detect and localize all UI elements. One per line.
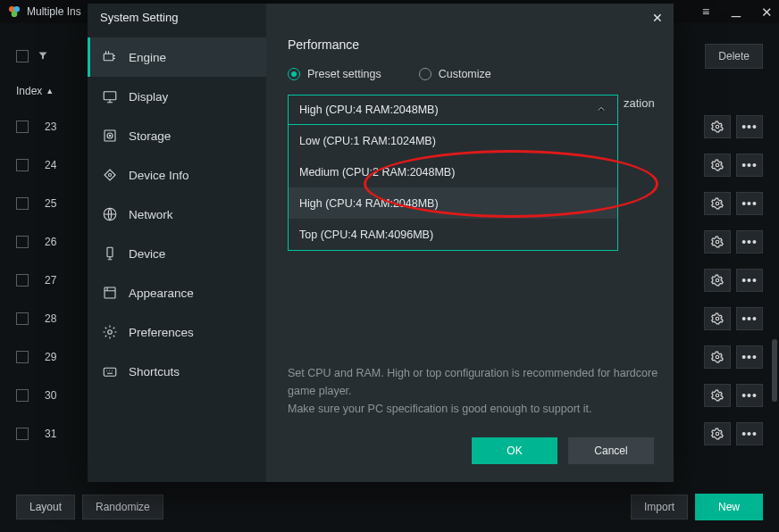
sidebar-item-network[interactable]: Network: [88, 195, 266, 234]
sidebar-item-label: Device: [129, 247, 165, 261]
row-settings-button[interactable]: [704, 384, 731, 407]
svg-point-3: [716, 125, 719, 129]
row-checkbox[interactable]: [16, 389, 29, 402]
sidebar-item-display[interactable]: Display: [88, 77, 266, 116]
minimize-button[interactable]: _: [729, 0, 743, 16]
sidebar-item-shortcuts[interactable]: Shortcuts: [88, 352, 266, 391]
bottom-bar: Layout Randomize Import New: [0, 482, 779, 532]
settings-modal: System Setting ✕ EngineDisplayStorageDev…: [88, 4, 674, 482]
sidebar-item-label: Shortcuts: [129, 365, 180, 378]
performance-dropdown[interactable]: High (CPU:4 RAM:2048MB) Low (CPU:1 RAM:1…: [288, 95, 618, 251]
row-checkbox[interactable]: [16, 159, 29, 171]
close-window-button[interactable]: ✕: [759, 5, 774, 19]
select-all-checkbox[interactable]: [16, 50, 29, 62]
row-settings-button[interactable]: [704, 307, 731, 330]
row-index: 29: [45, 351, 56, 363]
row-more-button[interactable]: •••: [736, 269, 763, 292]
row-settings-button[interactable]: [704, 422, 731, 445]
cancel-button[interactable]: Cancel: [568, 437, 654, 464]
row-more-button[interactable]: •••: [736, 384, 763, 407]
svg-point-16: [109, 135, 111, 137]
dropdown-option[interactable]: Low (CPU:1 RAM:1024MB): [289, 125, 617, 156]
row-checkbox[interactable]: [16, 312, 29, 325]
row-checkbox[interactable]: [16, 274, 29, 287]
new-button[interactable]: New: [695, 494, 763, 520]
row-checkbox[interactable]: [16, 121, 29, 133]
dropdown-selected[interactable]: High (CPU:4 RAM:2048MB): [288, 95, 618, 125]
svg-point-10: [716, 394, 719, 397]
dropdown-option[interactable]: High (CPU:4 RAM:2048MB): [289, 187, 617, 219]
filter-icon[interactable]: [38, 50, 48, 63]
sidebar-item-appearance[interactable]: Appearance: [88, 273, 266, 312]
column-header-label: Index: [16, 85, 42, 97]
sidebar-item-label: Appearance: [129, 287, 194, 300]
delete-button[interactable]: Delete: [705, 44, 763, 69]
sidebar-item-deviceinfo[interactable]: Device Info: [88, 155, 266, 195]
row-more-button[interactable]: •••: [736, 192, 763, 215]
row-settings-button[interactable]: [704, 115, 731, 138]
sidebar-item-label: Storage: [129, 129, 171, 143]
row-more-button[interactable]: •••: [736, 154, 763, 177]
ok-button[interactable]: OK: [472, 437, 557, 464]
svg-point-5: [716, 202, 719, 205]
sidebar-item-label: Network: [129, 208, 173, 221]
dropdown-value: High (CPU:4 RAM:2048MB): [299, 104, 439, 116]
row-more-button[interactable]: •••: [736, 422, 763, 445]
display-icon: [102, 88, 118, 104]
svg-point-8: [716, 317, 719, 320]
preferences-icon: [102, 324, 118, 340]
row-more-button[interactable]: •••: [736, 230, 763, 254]
sidebar-item-storage[interactable]: Storage: [88, 116, 266, 155]
row-checkbox[interactable]: [16, 351, 29, 363]
svg-point-21: [108, 330, 113, 335]
import-button[interactable]: Import: [631, 495, 688, 520]
deviceinfo-icon: [102, 167, 118, 183]
row-index: 23: [45, 121, 56, 133]
dropdown-option[interactable]: Medium (CPU:2 RAM:2048MB): [289, 156, 617, 187]
row-checkbox[interactable]: [16, 428, 29, 440]
sidebar-item-preferences[interactable]: Preferences: [88, 312, 266, 352]
svg-rect-13: [104, 92, 116, 100]
row-settings-button[interactable]: [704, 345, 731, 369]
dropdown-menu: Low (CPU:1 RAM:1024MB)Medium (CPU:2 RAM:…: [288, 125, 618, 251]
row-settings-button[interactable]: [704, 154, 731, 177]
row-more-button[interactable]: •••: [736, 345, 763, 369]
sidebar-item-device[interactable]: Device: [88, 234, 266, 273]
storage-icon: [102, 128, 118, 144]
svg-point-17: [109, 174, 112, 177]
row-settings-button[interactable]: [704, 269, 731, 292]
row-checkbox[interactable]: [16, 236, 29, 248]
row-checkbox[interactable]: [16, 197, 29, 210]
svg-point-7: [716, 278, 719, 282]
row-index: 30: [45, 389, 56, 402]
layout-button[interactable]: Layout: [16, 495, 75, 520]
dropdown-option[interactable]: Top (CPU:4 RAM:4096MB): [289, 219, 617, 250]
radio-dot: [288, 68, 300, 80]
device-icon: [102, 245, 118, 262]
row-index: 25: [45, 197, 56, 210]
row-more-button[interactable]: •••: [736, 115, 763, 138]
section-title: Performance: [288, 37, 652, 52]
svg-rect-22: [104, 368, 116, 376]
network-icon: [102, 206, 118, 222]
obscured-text: zation: [624, 96, 655, 110]
row-index: 26: [45, 236, 56, 248]
menu-icon[interactable]: ≡: [699, 5, 713, 18]
row-index: 24: [45, 159, 56, 171]
randomize-button[interactable]: Randomize: [82, 495, 163, 520]
sidebar-item-engine[interactable]: Engine: [88, 37, 266, 77]
row-settings-button[interactable]: [704, 230, 731, 254]
row-more-button[interactable]: •••: [736, 307, 763, 330]
row-settings-button[interactable]: [704, 192, 731, 215]
settings-sidebar: EngineDisplayStorageDevice InfoNetworkDe…: [88, 4, 266, 482]
scrollbar-thumb[interactable]: [772, 339, 777, 402]
svg-point-6: [716, 240, 719, 244]
svg-point-4: [716, 163, 719, 167]
svg-rect-12: [104, 54, 113, 61]
help-text: Set CPU and RAM. High or top configurati…: [288, 364, 672, 418]
radio-preset-settings[interactable]: Preset settings: [288, 68, 381, 80]
row-index: 28: [45, 312, 56, 325]
radio-customize[interactable]: Customize: [419, 68, 491, 80]
column-header-index[interactable]: Index ▲: [16, 85, 54, 97]
engine-icon: [102, 49, 118, 65]
